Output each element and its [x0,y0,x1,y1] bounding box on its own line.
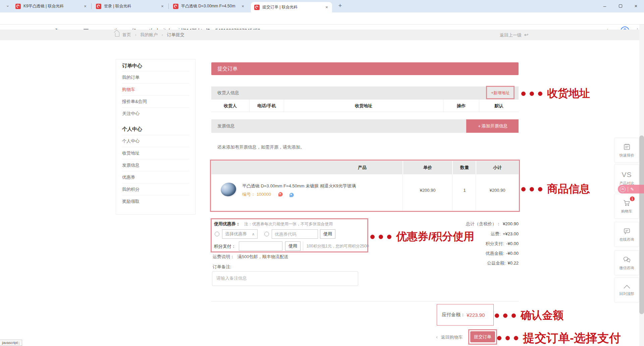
toolbar-label: 快速报价 [620,153,634,158]
consignee-section-bar: 收货人信息 [211,86,519,99]
compare-blue-icon[interactable] [289,193,294,197]
total-row-discount: 优惠金额:-¥0.00 [386,248,519,258]
points-use-button[interactable]: 使用 [285,241,301,251]
tab-title: K9平凸透镜 | 联合光科 [23,3,80,9]
chevron-up-icon [623,284,631,289]
breadcrumb-separator: › [135,32,136,37]
sidebar-item-invoice-info[interactable]: 发票信息 [122,159,189,171]
coupon-select-radio[interactable] [215,232,219,236]
annotation-shipping-address: 收货地址 [521,86,590,101]
remark-label: 订单备注: [213,264,231,270]
sidebar-item-my-points[interactable]: 我的积分 [122,183,189,195]
site-favicon [96,4,101,9]
header-divider [402,161,403,174]
toolbar-online-chat[interactable]: 在线咨询 [614,222,639,247]
tab-close-icon[interactable]: × [160,4,165,9]
coupon-select-dropdown[interactable]: 选择优惠券 ∧ [222,229,258,239]
tab-divider [168,3,169,9]
product-sku-line: 编号： 100000 [242,191,271,197]
sidebar-item-rewards[interactable]: 奖励领取 [122,195,189,208]
tab-title: 平凸透镜 D=3.00mm F=4.50m [181,3,237,9]
browser-tab-3[interactable]: 平凸透镜 D=3.00mm F=4.50m × [170,0,248,12]
tab-close-icon[interactable]: × [240,4,246,9]
toolbar-back-to-top[interactable]: 回到顶部 [614,278,639,302]
add-invoice-button[interactable]: ＋添加开票信息 [466,119,519,133]
toolbar-wechat[interactable]: 微信咨询 [614,250,639,275]
sidebar-item-my-orders[interactable]: 我的订单 [122,71,189,83]
product-name[interactable]: 平凸透镜 D=3.00mm F=4.50mm 未镀膜 精退火K9光学玻璃 [242,183,356,189]
add-address-button[interactable]: +新增地址 [491,91,509,95]
tab-close-icon[interactable]: × [83,4,88,9]
total-label: 优惠金额: [486,251,504,256]
section-divider [211,301,519,301]
coupon-use-button[interactable]: 使用 [320,229,335,239]
sidebar-item-follow-center[interactable]: 关注中心 [122,108,189,120]
total-label: 总计（含税价）： [466,221,501,226]
sidebar-header-personal: 个人中心 [122,123,189,135]
account-sidebar: 订单中心 我的订单 购物车 报价单&合同 关注中心 个人中心 个人中心 收货地址… [116,59,196,215]
product-thumbnail[interactable] [219,181,237,198]
sidebar-header-orders: 订单中心 [122,60,189,71]
sku-label: 编号： [242,192,255,197]
column-divider [402,174,403,211]
tab-search-chevron-icon[interactable]: ⌄ [4,3,11,8]
sidebar-item-quotes-contracts[interactable]: 报价单&合同 [122,96,189,108]
submit-order-button[interactable]: 提交订单 [470,331,495,342]
col-qty: 数量 [453,161,476,174]
col-consignee: 收货人 [211,100,250,112]
toolbar-quick-quote[interactable]: 快速报价 [614,138,639,163]
chevron-up-icon: ∧ [252,230,255,238]
points-input[interactable] [239,241,282,251]
total-value: +¥23.00 [503,231,519,236]
site-favicon [254,5,260,10]
coupon-code-radio[interactable] [264,232,269,236]
col-default: 默认 [479,100,519,112]
annotation-coupon-points: 优惠券/积分使用 [370,229,474,244]
back-to-parent-link[interactable]: 返回上一级 ↩ [500,30,528,41]
back-to-cart-link[interactable]: ‹ 返回购物车 [436,334,463,340]
toolbar-label: 回到顶部 [620,291,634,296]
toolbar-cart[interactable]: 购物车 1 [614,194,639,219]
shipping-note-label: 运费说明： [213,254,234,260]
payable-box: 应付金额： ¥223.90 [437,304,494,326]
total-value: ¥200.90 [503,221,519,226]
browser-tab-2[interactable]: 登录 | 联合光科 × [93,0,168,12]
total-label: 运费: [491,231,501,236]
divider [303,241,303,251]
remark-textarea[interactable] [212,271,358,286]
sidebar-item-shipping-address[interactable]: 收货地址 [122,147,189,159]
coupon-code-input[interactable] [272,229,318,239]
pill-divider: | [627,186,629,192]
total-value: -¥0.00 [506,251,519,256]
scrollbar-thumb[interactable] [639,135,644,314]
browser-tab-1[interactable]: K9平凸透镜 | 联合光科 × [12,0,91,12]
unit-price-cell: ¥200.90 [404,188,451,193]
toolbar-label: 微信咨询 [620,266,634,271]
sidebar-item-coupons[interactable]: 优惠券 [122,171,189,183]
breadcrumb-home[interactable]: 首页 [122,32,131,37]
annotation-text: 确认金额 [521,308,564,323]
status-bar-link-preview: javascript:; [0,340,22,346]
sidebar-item-cart[interactable]: 购物车 [122,83,189,96]
new-tab-button[interactable]: + [336,2,344,9]
col-phone: 电话/手机 [250,100,284,112]
window-minimize-button[interactable]: – [598,0,611,12]
chat-icon [623,227,631,235]
annotation-text: 提交订单-选择支付 [523,330,621,346]
tab-close-icon[interactable]: × [324,5,329,10]
ai-bubble-icon: AI [620,186,626,192]
submit-annotation-box: 提交订单 [468,329,497,345]
window-close-button[interactable]: × [629,0,643,12]
breadcrumb-account[interactable]: 我的账户 [140,32,158,37]
annotation-text: 商品信息 [547,182,590,196]
ai-assistant-overlay[interactable]: AI | ✎ [618,185,644,193]
sidebar-item-personal-center[interactable]: 个人中心 [122,135,189,147]
return-arrow-icon: ↩ [524,32,529,38]
window-restore-button[interactable] [614,0,627,12]
chevron-left-icon: ‹ [436,334,438,340]
compare-red-icon[interactable] [278,192,283,196]
annotation-text: 收货地址 [547,86,590,101]
browser-tab-active[interactable]: 提交订单 | 联合光科 × [251,2,332,12]
total-row-sum: 总计（含税价）：¥200.90 [386,219,519,229]
col-actions: 操作 [443,100,479,112]
